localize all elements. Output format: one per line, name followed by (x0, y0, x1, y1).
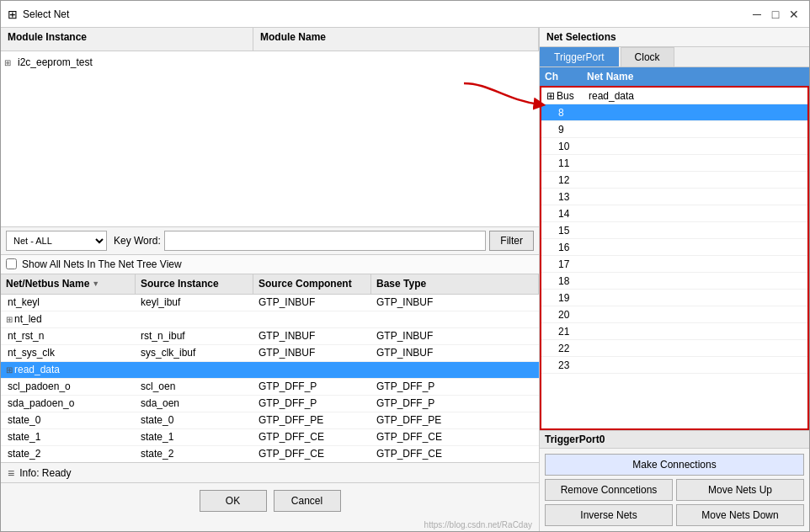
tree-item-label: i2c_eeprom_test (18, 56, 93, 68)
keyword-input[interactable] (164, 231, 487, 251)
window-icon: ⊞ (8, 8, 18, 21)
net-netbus-header: Net/Netbus Name ▼ (1, 274, 136, 294)
list-item[interactable]: 10 (541, 138, 807, 155)
window-controls: ─ □ ✕ (749, 6, 802, 23)
tab-bar: TriggerPort Clock (540, 47, 809, 67)
base-type-header: Base Type (371, 274, 539, 294)
maximize-button[interactable]: □ (767, 6, 784, 23)
list-item[interactable]: 17 (541, 256, 807, 273)
table-row[interactable]: ⊞ read_data (1, 362, 539, 379)
list-item[interactable]: 14 (541, 205, 807, 222)
action-btn-row-1: Remove Conncetions Move Nets Up (545, 479, 804, 501)
list-item[interactable]: 19 (541, 290, 807, 306)
list-item[interactable]: 20 (541, 306, 807, 323)
ok-button[interactable]: OK (200, 490, 267, 512)
keyword-label: Key Word: (114, 235, 161, 247)
net-selections-label: Net Selections (540, 28, 809, 47)
module-name-header: Module Name (253, 28, 539, 51)
tab-triggerport[interactable]: TriggerPort (540, 47, 619, 66)
filter-button[interactable]: Filter (489, 231, 534, 251)
left-panel: Module Instance Module Name ⊞ i2c_eeprom… (1, 28, 540, 531)
inverse-nets-button[interactable]: Inverse Nets (545, 504, 673, 526)
net-table-header: Net/Netbus Name ▼ Source Instance Source… (1, 274, 539, 295)
module-instance-header: Module Instance (1, 28, 253, 51)
window-title: Select Net (23, 8, 69, 20)
list-item[interactable]: 15 (541, 222, 807, 239)
table-row[interactable]: nt_keyl keyl_ibuf GTP_INBUF GTP_INBUF (1, 295, 539, 311)
show-all-label: Show All Nets In The Net Tree View (22, 258, 182, 270)
list-item[interactable]: 8 (541, 104, 807, 121)
source-instance-header: Source Instance (136, 274, 253, 294)
expand-icon: ⊞ (546, 90, 555, 102)
expand-icon: ⊞ (6, 365, 13, 375)
net-name-header: Net Name (582, 69, 809, 84)
table-row[interactable]: ⊞ nt_led (1, 311, 539, 328)
status-text: Info: Ready (19, 467, 71, 479)
ch-header: Ch (540, 69, 582, 84)
main-content: Module Instance Module Name ⊞ i2c_eeprom… (1, 28, 809, 531)
show-all-checkbox[interactable] (6, 258, 17, 269)
copyright-text: https://blog.csdn.net/RaCday (1, 519, 539, 531)
status-icon: ≡ (8, 466, 14, 480)
make-connections-button[interactable]: Make Connections (545, 454, 804, 476)
table-row[interactable]: state_1 state_1 GTP_DFF_CE GTP_DFF_CE (1, 429, 539, 446)
list-item[interactable]: 23 (541, 357, 807, 374)
list-item[interactable]: ⊞ Bus read_data (541, 88, 807, 104)
remove-connections-button[interactable]: Remove Conncetions (545, 479, 673, 501)
move-nets-down-button[interactable]: Move Nets Down (676, 504, 804, 526)
right-action-buttons: Make Connections Remove Conncetions Move… (540, 449, 809, 531)
tab-clock[interactable]: Clock (621, 47, 674, 66)
right-panel: Net Selections TriggerPort Clock Ch Net … (540, 28, 809, 531)
minimize-button[interactable]: ─ (749, 6, 765, 23)
sort-arrow-icon: ▼ (92, 279, 99, 288)
list-item[interactable]: 18 (541, 273, 807, 290)
move-nets-up-button[interactable]: Move Nets Up (676, 479, 804, 501)
show-all-row: Show All Nets In The Net Tree View (1, 255, 539, 274)
net-table-body: nt_keyl keyl_ibuf GTP_INBUF GTP_INBUF ⊞ … (1, 295, 539, 463)
net-filter-select[interactable]: Net - ALL (6, 231, 107, 251)
expand-icon: ⊞ (4, 58, 18, 67)
action-btn-row-2: Inverse Nets Move Nets Down (545, 504, 804, 526)
list-item[interactable]: 16 (541, 239, 807, 256)
list-item[interactable]: 22 (541, 340, 807, 357)
table-row[interactable]: state_0 state_0 GTP_DFF_PE GTP_DFF_PE (1, 412, 539, 429)
list-item[interactable]: 21 (541, 323, 807, 340)
list-item[interactable]: 13 (541, 189, 807, 205)
list-item[interactable]: 11 (541, 155, 807, 172)
bottom-buttons: OK Cancel (1, 482, 539, 519)
close-button[interactable]: ✕ (786, 6, 802, 23)
table-row[interactable]: nt_sys_clk sys_clk_ibuf GTP_INBUF GTP_IN… (1, 345, 539, 362)
expand-icon: ⊞ (6, 315, 13, 324)
title-bar: ⊞ Select Net ─ □ ✕ (1, 1, 809, 28)
tree-item-i2c[interactable]: ⊞ i2c_eeprom_test (1, 55, 539, 70)
filter-bar: Net - ALL Key Word: Filter (1, 226, 539, 255)
source-component-header: Source Component (253, 274, 371, 294)
module-header: Module Instance Module Name (1, 28, 539, 51)
module-tree: ⊞ i2c_eeprom_test (1, 51, 539, 226)
status-bar: ≡ Info: Ready (1, 462, 539, 482)
table-row[interactable]: scl_padoen_o scl_oen GTP_DFF_P GTP_DFF_P (1, 379, 539, 396)
table-row[interactable]: nt_rst_n rst_n_ibuf GTP_INBUF GTP_INBUF (1, 328, 539, 345)
table-row[interactable]: state_2 state_2 GTP_DFF_CE GTP_DFF_CE (1, 446, 539, 463)
right-table-body: ⊞ Bus read_data 8 9 10 11 12 13 14 15 1 (540, 86, 809, 430)
list-item[interactable]: 9 (541, 121, 807, 138)
table-row[interactable]: sda_padoen_o sda_oen GTP_DFF_P GTP_DFF_P (1, 396, 539, 412)
trigger-port-label: TriggerPort0 (540, 430, 809, 449)
list-item[interactable]: 12 (541, 172, 807, 189)
right-table-header: Ch Net Name (540, 67, 809, 86)
cancel-button[interactable]: Cancel (274, 490, 341, 512)
